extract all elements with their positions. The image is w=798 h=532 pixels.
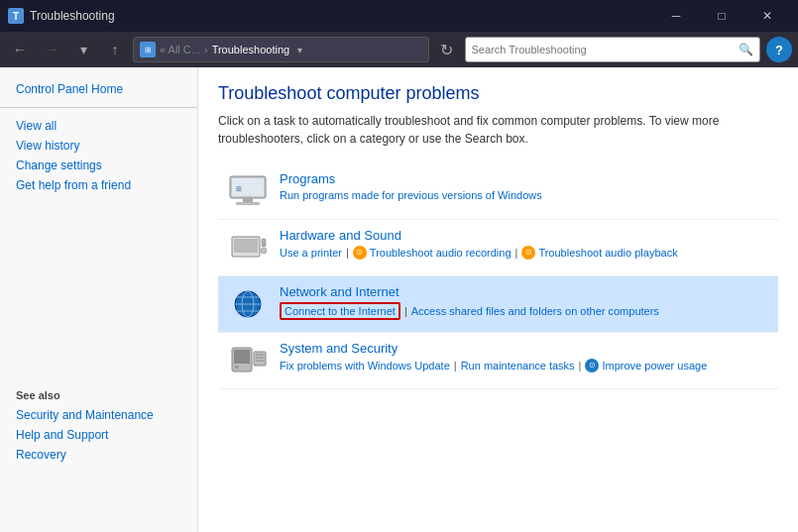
close-button[interactable]: ✕ xyxy=(744,0,790,32)
sidebar-item-security-maintenance[interactable]: Security and Maintenance xyxy=(0,405,197,425)
search-icon: 🔍 xyxy=(739,43,753,56)
address-bar-box[interactable]: ⊞ « All C... › Troubleshooting ▾ xyxy=(133,37,429,62)
sidebar-item-view-all[interactable]: View all xyxy=(0,116,197,136)
svg-rect-17 xyxy=(254,352,266,366)
svg-rect-7 xyxy=(262,239,266,247)
see-also-title: See also xyxy=(0,373,197,405)
sep2: | xyxy=(515,247,518,259)
programs-links: Run programs made for previous versions … xyxy=(280,189,768,201)
search-input[interactable] xyxy=(472,44,736,55)
sep1: | xyxy=(346,247,349,259)
svg-text:⊞: ⊞ xyxy=(236,185,242,192)
programs-icon: ⊞ xyxy=(228,171,268,211)
sidebar: Control Panel Home View all View history… xyxy=(0,67,198,532)
svg-rect-15 xyxy=(234,350,250,364)
recent-pages-button[interactable]: ▾ xyxy=(69,37,97,62)
titlebar: T Troubleshooting ─ □ ✕ xyxy=(0,0,798,32)
svg-rect-16 xyxy=(235,366,239,369)
window-title: Troubleshooting xyxy=(30,9,653,23)
addressbar: ← → ▾ ↑ ⊞ « All C... › Troubleshooting ▾… xyxy=(0,32,798,67)
up-button[interactable]: ↑ xyxy=(101,37,129,62)
address-current: Troubleshooting xyxy=(212,44,289,55)
use-printer-link[interactable]: Use a printer xyxy=(280,247,342,259)
svg-rect-3 xyxy=(236,202,260,205)
system-sep1: | xyxy=(454,360,457,372)
main-layout: Control Panel Home View all View history… xyxy=(0,67,798,532)
svg-rect-2 xyxy=(243,198,253,202)
address-bar-icon: ⊞ xyxy=(140,42,156,57)
address-dropdown-icon[interactable]: ▾ xyxy=(297,45,302,55)
system-links: Fix problems with Windows Update | Run m… xyxy=(280,359,768,372)
address-prefix: « All C... xyxy=(160,44,200,55)
power-usage-link[interactable]: Improve power usage xyxy=(602,360,707,372)
system-sep2: | xyxy=(579,360,582,372)
audio-recording-bullet: ⊙ xyxy=(353,246,367,260)
network-content: Network and Internet Connect to the Inte… xyxy=(280,284,768,320)
sidebar-item-control-panel-home[interactable]: Control Panel Home xyxy=(0,79,197,99)
hardware-title[interactable]: Hardware and Sound xyxy=(280,228,768,243)
audio-playback-link[interactable]: Troubleshoot audio playback xyxy=(538,247,677,259)
audio-playback-bullet: ⊙ xyxy=(521,246,535,260)
sidebar-item-help-support[interactable]: Help and Support xyxy=(0,425,197,445)
audio-recording-link[interactable]: Troubleshoot audio recording xyxy=(370,247,512,259)
hardware-content: Hardware and Sound Use a printer | ⊙ Tro… xyxy=(280,228,768,260)
search-box[interactable]: 🔍 xyxy=(465,37,761,62)
category-row-hardware: Hardware and Sound Use a printer | ⊙ Tro… xyxy=(218,220,778,276)
run-programs-link[interactable]: Run programs made for previous versions … xyxy=(280,189,542,201)
refresh-button[interactable]: ↻ xyxy=(433,37,461,62)
maintenance-tasks-link[interactable]: Run maintenance tasks xyxy=(461,360,575,372)
back-button[interactable]: ← xyxy=(6,37,34,62)
category-row-system: System and Security Fix problems with Wi… xyxy=(218,333,778,389)
sidebar-item-recovery[interactable]: Recovery xyxy=(0,445,197,465)
help-button[interactable]: ? xyxy=(766,37,792,62)
window-controls: ─ □ ✕ xyxy=(653,0,790,32)
shared-files-link[interactable]: Access shared files and folders on other… xyxy=(411,305,659,317)
network-icon xyxy=(228,284,268,324)
app-icon: T xyxy=(8,8,24,24)
svg-rect-6 xyxy=(234,239,258,253)
sidebar-item-get-help[interactable]: Get help from a friend xyxy=(0,175,197,195)
system-content: System and Security Fix problems with Wi… xyxy=(280,341,768,372)
system-title[interactable]: System and Security xyxy=(280,341,768,356)
programs-content: Programs Run programs made for previous … xyxy=(280,171,768,201)
sidebar-item-change-settings[interactable]: Change settings xyxy=(0,156,197,175)
page-description: Click on a task to automatically trouble… xyxy=(218,112,778,148)
hardware-links: Use a printer | ⊙ Troubleshoot audio rec… xyxy=(280,246,768,260)
network-links: Connect to the Internet | Access shared … xyxy=(280,302,768,320)
power-usage-bullet: ⊙ xyxy=(585,359,599,372)
programs-title[interactable]: Programs xyxy=(280,171,768,186)
content-area: Troubleshoot computer problems Click on … xyxy=(198,67,798,532)
sidebar-item-view-history[interactable]: View history xyxy=(0,136,197,156)
minimize-button[interactable]: ─ xyxy=(653,0,699,32)
forward-button[interactable]: → xyxy=(38,37,65,62)
network-title[interactable]: Network and Internet xyxy=(280,284,768,299)
network-sep: | xyxy=(404,305,407,317)
page-title: Troubleshoot computer problems xyxy=(218,83,778,104)
restore-button[interactable]: □ xyxy=(699,0,744,32)
category-row-programs: ⊞ Programs Run programs made for previou… xyxy=(218,163,778,220)
connect-internet-link[interactable]: Connect to the Internet xyxy=(280,302,400,320)
address-separator: › xyxy=(204,44,208,55)
system-icon xyxy=(228,341,268,380)
category-row-network: Network and Internet Connect to the Inte… xyxy=(218,276,778,333)
svg-point-8 xyxy=(261,248,267,254)
hardware-icon xyxy=(228,228,268,267)
windows-update-link[interactable]: Fix problems with Windows Update xyxy=(280,360,450,372)
